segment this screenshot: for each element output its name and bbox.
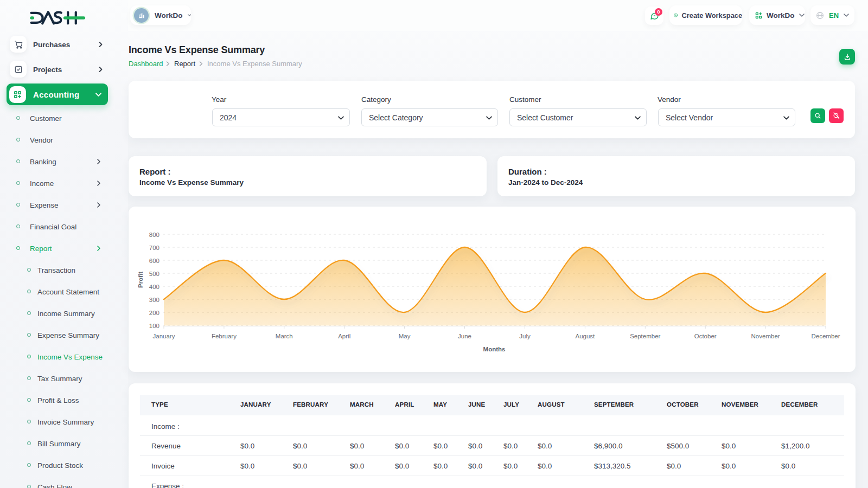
svg-text:100: 100: [149, 323, 159, 329]
svg-text:July: July: [519, 333, 531, 339]
svg-text:October: October: [694, 333, 717, 339]
svg-text:600: 600: [149, 258, 159, 264]
svg-text:December: December: [811, 333, 840, 339]
svg-text:April: April: [338, 333, 350, 339]
svg-text:May: May: [399, 333, 411, 339]
svg-text:Profit: Profit: [137, 272, 144, 288]
svg-text:500: 500: [149, 271, 159, 277]
svg-text:300: 300: [149, 297, 159, 303]
svg-text:200: 200: [149, 310, 159, 316]
svg-text:September: September: [630, 333, 660, 339]
svg-text:August: August: [575, 333, 595, 339]
svg-text:700: 700: [149, 245, 159, 251]
svg-text:800: 800: [149, 232, 159, 238]
svg-text:February: February: [212, 333, 237, 339]
svg-text:January: January: [153, 333, 175, 339]
svg-text:November: November: [751, 333, 780, 339]
svg-text:June: June: [458, 333, 471, 339]
svg-text:Months: Months: [483, 346, 506, 352]
svg-text:March: March: [276, 333, 293, 339]
svg-text:400: 400: [149, 284, 159, 290]
